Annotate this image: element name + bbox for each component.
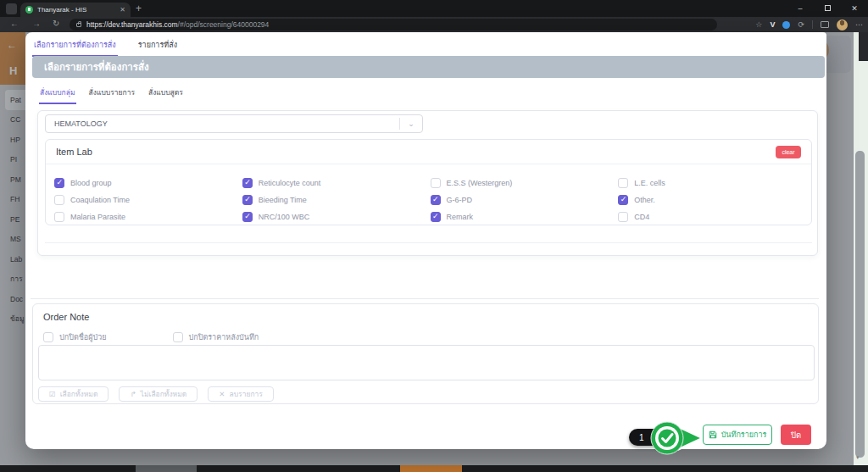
browser-chrome: Thanyarak - HIS ✕ + – ✕ ← → ↻ https://de…	[0, 0, 868, 32]
item-lab-card: Item Lab clear Blood group	[45, 139, 812, 225]
lock-icon	[76, 23, 81, 27]
order-note-input[interactable]	[38, 345, 815, 380]
back-button[interactable]: ←	[10, 19, 19, 28]
bulk-action-row: ☑เลือกทั้งหมด ↱ไม่เลือกทั้งหมด ✕ลบรายการ	[38, 386, 274, 402]
checkbox-icon[interactable]	[173, 332, 183, 342]
modal-tabs: เลือกรายการที่ต้องการสั่ง รายการที่สั่ง	[32, 36, 179, 57]
delete-items-button[interactable]: ✕ลบรายการ	[208, 386, 274, 402]
section-divider	[31, 298, 819, 299]
checkbox-icon[interactable]	[54, 212, 64, 222]
lab-checkbox-item[interactable]: E.S.S (Westergren)	[431, 175, 619, 192]
browser-tab[interactable]: Thanyarak - HIS ✕	[20, 3, 131, 17]
browser-menu-icon[interactable]: ⋯	[855, 20, 863, 29]
address-bar[interactable]: https://dev.thanyarakhis.com/#/opd/scree…	[70, 19, 717, 31]
lab-checkbox-item[interactable]: Coaqulation Time	[54, 192, 242, 208]
subtab-item-order[interactable]: สั่งแบบรายการ	[88, 85, 136, 104]
forward-button[interactable]: →	[32, 19, 41, 28]
card-divider	[45, 242, 812, 243]
lab-checkbox-item[interactable]: Remark	[431, 208, 619, 225]
checkbox-icon[interactable]	[54, 178, 64, 188]
checkbox-icon[interactable]	[618, 195, 628, 205]
category-select[interactable]: HEMATOLOGY ⌄	[45, 114, 423, 133]
checkbox-icon[interactable]	[431, 195, 441, 205]
subtab-group-order[interactable]: สั่งแบบกลุ่ม	[39, 85, 76, 104]
lab-checkbox-item[interactable]: CD4	[618, 208, 806, 225]
url-path: /#/opd/screening/640000294	[178, 20, 270, 29]
tab-close-icon[interactable]: ✕	[120, 6, 125, 14]
checkbox-icon[interactable]	[242, 178, 253, 188]
extension-v-icon[interactable]: V	[770, 20, 775, 29]
browser-profile-avatar[interactable]	[837, 19, 848, 31]
lab-checkbox-label: CD4	[634, 213, 649, 221]
deselect-all-label: ไม่เลือกทั้งหมด	[141, 388, 187, 400]
tab-search-icon[interactable]	[6, 3, 17, 14]
lab-checkbox-label: L.E. cells	[634, 179, 665, 187]
maximize-icon	[825, 5, 831, 11]
cast-icon[interactable]	[821, 21, 829, 28]
deselect-all-icon: ↱	[130, 390, 136, 398]
deselect-all-button[interactable]: ↱ไม่เลือกทั้งหมด	[119, 386, 198, 402]
checkbox-icon[interactable]	[431, 178, 441, 188]
tab-ordered-items[interactable]: รายการที่สั่ง	[136, 36, 179, 57]
lab-checkbox-label: Coaqulation Time	[70, 196, 130, 204]
checkbox-icon[interactable]	[431, 212, 441, 222]
scrollbar-top-block	[859, 32, 868, 61]
maximize-button[interactable]	[814, 4, 841, 13]
checkbox-icon[interactable]	[242, 195, 253, 205]
item-lab-header: Item Lab clear	[46, 140, 811, 164]
order-note-title: Order Note	[43, 312, 89, 322]
close-button[interactable]: ปิด	[781, 425, 811, 445]
lab-checkbox-item[interactable]: Bieeding Time	[242, 192, 431, 208]
order-note-card: Order Note ปกปิดชื่อผู้ป่วย ปกปิดราคาหลั…	[32, 303, 819, 404]
lab-checkbox-grid: Blood group Reticulocyte count E.S.S (We…	[54, 164, 806, 225]
bookmark-star-icon[interactable]: ☆	[755, 20, 762, 29]
lab-checkbox-item[interactable]: Reticulocyte count	[242, 175, 431, 192]
clear-button[interactable]: clear	[776, 146, 801, 158]
tab-strip: Thanyarak - HIS ✕ + – ✕	[0, 0, 868, 17]
app-footer-bar	[0, 465, 868, 472]
footer-segment-gray	[136, 465, 197, 472]
scrollbar-down-icon[interactable]: ▾	[856, 454, 860, 461]
lab-checkbox-item[interactable]: L.E. cells	[618, 175, 806, 192]
save-button-label: บันทึกรายการ	[721, 429, 767, 441]
window-close-button[interactable]: ✕	[841, 4, 868, 13]
checkbox-icon[interactable]	[242, 212, 253, 222]
new-tab-button[interactable]: +	[136, 3, 142, 14]
order-modal: เลือกรายการที่ต้องการสั่ง รายการที่สั่ง …	[25, 32, 826, 449]
modal-footer: 1 บันทึกรายการ ปิด	[25, 418, 826, 449]
select-all-button[interactable]: ☑เลือกทั้งหมด	[38, 386, 108, 402]
subtab-formula-order[interactable]: สั่งแบบสูตร	[147, 85, 184, 104]
note-option[interactable]: ปกปิดชื่อผู้ป่วย	[43, 331, 107, 343]
browser-toolbar: ← → ↻ https://dev.thanyarakhis.com/#/opd…	[0, 17, 868, 32]
select-all-icon: ☑	[49, 390, 56, 398]
page-scrollbar[interactable]: ▾	[854, 32, 868, 465]
note-option[interactable]: ปกปิดราคาหลังบันทึก	[173, 331, 259, 343]
order-note-options: ปกปิดชื่อผู้ป่วย ปกปิดราคาหลังบันทึก	[43, 331, 259, 343]
minimize-button[interactable]: –	[787, 4, 814, 13]
checkbox-icon[interactable]	[618, 212, 628, 222]
delete-items-label: ลบรายการ	[229, 388, 262, 400]
checkbox-icon[interactable]	[43, 332, 53, 342]
lab-checkbox-item[interactable]: Other.	[618, 192, 806, 208]
chevron-down-icon[interactable]: ⌄	[400, 119, 422, 128]
toolbar-divider	[812, 20, 813, 29]
checkbox-icon[interactable]	[54, 195, 64, 205]
save-button[interactable]: บันทึกรายการ	[703, 425, 772, 445]
item-lab-title: Item Lab	[46, 147, 776, 157]
scrollbar-thumb[interactable]	[855, 151, 865, 458]
lab-checkbox-item[interactable]: G-6-PD	[431, 192, 619, 208]
url-text: https://dev.thanyarakhis.com/#/opd/scree…	[86, 20, 269, 29]
tab-select-items[interactable]: เลือกรายการที่ต้องการสั่ง	[32, 36, 118, 57]
lab-checkbox-item[interactable]: Blood group	[54, 175, 242, 192]
checkbox-icon[interactable]	[618, 178, 628, 188]
lab-checkbox-label: Other.	[634, 196, 655, 204]
extension-refresh-icon[interactable]: ⟳	[798, 20, 804, 29]
lab-checkbox-item[interactable]: Malaria Parasite	[54, 208, 242, 225]
lab-selection-card: HEMATOLOGY ⌄ Item Lab clear Blo	[37, 110, 818, 256]
reload-button[interactable]: ↻	[53, 19, 59, 28]
delete-icon: ✕	[219, 390, 225, 398]
lab-checkbox-label: Blood group	[70, 179, 112, 187]
lab-checkbox-item[interactable]: NRC/100 WBC	[242, 208, 431, 225]
window-controls: – ✕	[787, 0, 868, 17]
extension-blue-icon[interactable]	[782, 21, 790, 29]
